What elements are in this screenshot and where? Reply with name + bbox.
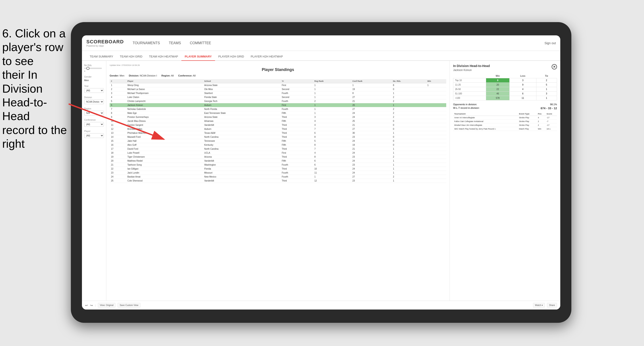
cell-num: 6 <box>110 103 126 107</box>
table-row[interactable]: 6 Jackson Koivun Auburn First 1 26 1 <box>110 103 446 107</box>
tab-player-summary[interactable]: PLAYER SUMMARY <box>181 55 215 61</box>
cell-yr: First <box>280 103 313 107</box>
cell-reg: 6 <box>313 159 351 163</box>
table-row[interactable]: 8 Mats Ege East Tennessee State Fifth 1 … <box>110 111 446 115</box>
share-btn[interactable]: Share <box>547 303 557 308</box>
undo-btn[interactable]: ↩ <box>85 304 88 307</box>
table-row[interactable]: 1 Wenyi Ding Arizona State First 1 1 8 1 <box>110 83 446 87</box>
table-row[interactable]: 19 Tiger Christensen Arizona Third 8 23 … <box>110 155 446 159</box>
view-original-btn[interactable]: View: Original <box>98 303 116 308</box>
cell-conf: 23 <box>351 135 392 139</box>
sign-out-link[interactable]: Sign out <box>544 41 556 45</box>
cell-win <box>426 131 446 135</box>
table-row[interactable]: 17 David Ford North Carolina Third 7 21 … <box>110 147 446 151</box>
year-filter-select[interactable]: (All) <box>84 88 104 93</box>
table-row[interactable]: 5 Christo Lamprecht Georgia Tech Fourth … <box>110 99 446 103</box>
table-row[interactable]: 7 Nicholas Gabrelcik North Florida Fourt… <box>110 107 446 111</box>
cell-conf: 23 <box>351 155 392 159</box>
table-row[interactable]: 25 Cole Sherwood Vanderbilt Third 12 23 … <box>110 179 446 183</box>
cell-yr: Third <box>280 123 313 127</box>
table-row[interactable]: 23 Jack Lundin Missouri Fourth 11 24 1 <box>110 171 446 175</box>
nav-right: Sign out <box>544 41 556 45</box>
player-filter-select[interactable]: (All) <box>84 133 104 138</box>
cell-reg: 4 <box>313 123 351 127</box>
table-row[interactable]: 9 Preston Summerhays Arizona State Third… <box>110 115 446 119</box>
nav-committee[interactable]: COMMITTEE <box>190 40 211 46</box>
division-filter-select[interactable]: NCAA Division I <box>84 100 104 104</box>
main-content: No Rds. 6 Gender Men Year (All) <box>82 61 560 310</box>
nav-teams[interactable]: TEAMS <box>169 40 181 46</box>
tab-player-h2h-grid[interactable]: PLAYER H2H GRID <box>215 55 247 61</box>
table-row[interactable]: 18 Luke Powell UCLA First 4 24 1 <box>110 151 446 155</box>
cell-school: Arkansas <box>203 119 280 123</box>
cell-reg: 1 <box>313 87 351 91</box>
tournament-table: Tournament Event Type Pos Score Amer Ari… <box>453 112 557 131</box>
tab-player-h2h-heatmap[interactable]: PLAYER H2H HEATMAP <box>247 55 286 61</box>
cell-rds: 0 <box>392 143 426 147</box>
col-reg-rank: Reg Rank <box>313 79 351 83</box>
cell-num: 23 <box>110 171 126 175</box>
h2h-header-row: Win Loss Tie <box>453 74 557 78</box>
cell-player: Taehoon Song <box>126 163 203 167</box>
cell-rds: 2 <box>392 155 426 159</box>
table-row[interactable]: 15 Jake Hall Tennessee Fifth 5 24 0 <box>110 139 446 143</box>
sub-nav: TEAM SUMMARY TEAM H2H GRID TEAM H2H HEAT… <box>82 51 560 61</box>
t-cell-type: Stroke Play <box>518 123 537 127</box>
table-row[interactable]: 14 Maxwell Ford North Carolina Third 8 2… <box>110 135 446 139</box>
cell-rds: 2 <box>392 175 426 179</box>
nav-tournaments[interactable]: TOURNAMENTS <box>133 40 160 46</box>
no-rds-slider-handle[interactable] <box>86 67 90 70</box>
division-filter-label: Division <box>84 96 104 99</box>
tournament-row: Mirabel Maui Jim Intercollegiate Stroke … <box>453 123 557 127</box>
gender-filter-label: Gender <box>84 76 104 78</box>
table-row[interactable]: 12 Brendan Valles Auburn Third 7 27 0 <box>110 127 446 131</box>
cell-player: Ian Gilligan <box>126 167 203 171</box>
cell-rds: 0 <box>392 139 426 143</box>
division-display: Division: NCAA Division I <box>129 74 157 77</box>
cell-yr: Fourth <box>280 107 313 111</box>
cell-reg: 6 <box>313 131 351 135</box>
table-row[interactable]: 22 Ian Gilligan Florida Third 10 24 1 <box>110 167 446 171</box>
conference-filter-select[interactable]: (All) <box>84 122 104 127</box>
tab-team-h2h-heatmap[interactable]: TEAM H2H HEATMAP <box>146 55 181 61</box>
tournament-row: SEC Match Play hosted by Jerry Pate Roun… <box>453 127 557 131</box>
cell-reg: 1 <box>313 175 351 179</box>
region-filter-select[interactable]: N/A <box>84 111 104 115</box>
watch-btn[interactable]: Watch ▾ <box>533 303 545 308</box>
cell-player: Preston Summerhays <box>126 115 203 119</box>
table-row[interactable]: 13 Phichakun Maichon Texas A&M Third 6 3… <box>110 131 446 135</box>
table-row[interactable]: 11 Gordon Sargent Vanderbilt Third 4 21 … <box>110 123 446 127</box>
h2h-close-button[interactable]: ✕ <box>552 64 557 69</box>
cell-school: Tennessee <box>203 139 280 143</box>
cell-conf: 25 <box>351 119 392 123</box>
cell-school: Auburn <box>203 127 280 131</box>
cell-conf: 24 <box>351 151 392 155</box>
table-row[interactable]: 2 Michael La Sasso Ole Miss Second 1 19 … <box>110 87 446 91</box>
table-row[interactable]: 20 Matthew Riedel Vanderbilt Fifth 6 24 … <box>110 159 446 163</box>
tab-team-h2h-grid[interactable]: TEAM H2H GRID <box>116 55 146 61</box>
cell-win: 1 <box>426 83 446 87</box>
tab-team-summary[interactable]: TEAM SUMMARY <box>86 55 116 61</box>
cell-rds: 1 <box>392 159 426 163</box>
h2h-cell-tie: 2 <box>536 78 557 83</box>
cell-win <box>426 127 446 131</box>
table-row[interactable]: 24 Bastian Amat New Mexico Fourth 1 27 2 <box>110 175 446 179</box>
cell-conf: 30 <box>351 131 392 135</box>
cell-num: 21 <box>110 163 126 167</box>
redo-btn[interactable]: ↪ <box>90 304 93 307</box>
table-row[interactable]: 3 Michael Thorbjornsen Stanford Fourth 1… <box>110 91 446 95</box>
t-cell-pos: 2 <box>537 120 546 123</box>
cell-yr: Fifth <box>280 111 313 115</box>
table-row[interactable]: 16 Alex Goff Kentucky Fifth 8 19 0 <box>110 143 446 147</box>
cell-school: Kentucky <box>203 143 280 147</box>
table-row[interactable]: 10 Jacob Mau-Dissou Arkansas Fifth 4 25 … <box>110 119 446 123</box>
cell-win <box>426 123 446 127</box>
gender-filter: Gender Men <box>84 76 104 82</box>
save-custom-btn[interactable]: Save Custom View <box>118 303 140 308</box>
cell-rds: 1 <box>392 103 426 107</box>
table-row[interactable]: 4 Luke Claton Florida State Second 1 27 … <box>110 95 446 99</box>
update-time: Update time: 27/03/2024 16:56:26 <box>110 64 446 66</box>
cell-win <box>426 163 446 167</box>
table-row[interactable]: 21 Taehoon Song Washington Fourth 6 23 1 <box>110 163 446 167</box>
region-filter: Region N/A <box>84 107 104 115</box>
